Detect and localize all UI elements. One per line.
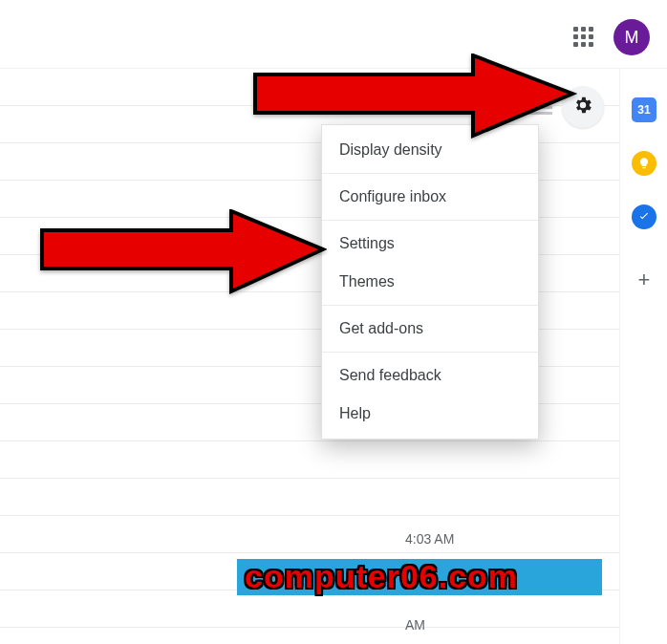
avatar[interactable]: M xyxy=(613,19,650,55)
timestamp: AM xyxy=(405,617,425,633)
menu-item-send-feedback[interactable]: Send feedback xyxy=(322,356,538,395)
watermark-text: computer06.com xyxy=(245,558,518,595)
svg-marker-0 xyxy=(255,55,572,136)
table-row[interactable] xyxy=(0,441,619,479)
svg-marker-1 xyxy=(42,211,323,291)
menu-item-themes[interactable]: Themes xyxy=(322,263,538,301)
menu-item-get-addons[interactable]: Get add-ons xyxy=(322,310,538,348)
table-row[interactable] xyxy=(0,516,619,553)
menu-separator xyxy=(322,305,538,306)
table-row[interactable] xyxy=(0,479,619,516)
menu-separator xyxy=(322,220,538,221)
menu-item-help[interactable]: Help xyxy=(322,395,538,433)
table-row[interactable] xyxy=(0,590,619,628)
annotation-arrow-icon xyxy=(40,209,327,299)
settings-dropdown: Display density Configure inbox Settings… xyxy=(321,124,539,440)
side-panel: 31 + xyxy=(619,69,667,644)
menu-item-settings[interactable]: Settings xyxy=(322,225,538,263)
menu-separator xyxy=(322,173,538,174)
annotation-arrow-icon xyxy=(253,54,578,143)
calendar-icon[interactable]: 31 xyxy=(632,97,656,122)
menu-separator xyxy=(322,352,538,353)
keep-icon[interactable] xyxy=(632,151,656,176)
tasks-icon[interactable] xyxy=(632,204,656,229)
apps-icon[interactable] xyxy=(573,27,592,46)
timestamp: 4:03 AM xyxy=(405,531,454,547)
menu-item-configure-inbox[interactable]: Configure inbox xyxy=(322,178,538,216)
add-icon[interactable]: + xyxy=(632,268,656,292)
